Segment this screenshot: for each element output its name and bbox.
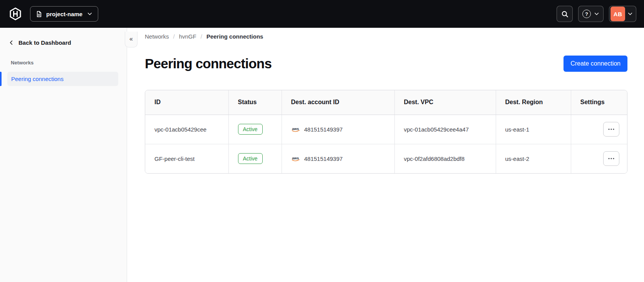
cell-settings bbox=[571, 115, 627, 144]
account-id-value: 481515149397 bbox=[304, 126, 343, 133]
main-content: « Networks / hvnGF / Peering connections… bbox=[127, 28, 644, 282]
sidebar-item-peering-connections[interactable]: Peering connections bbox=[7, 72, 118, 86]
row-settings-button[interactable] bbox=[603, 122, 619, 137]
status-badge: Active bbox=[238, 124, 263, 135]
cell-id: GF-peer-cli-test bbox=[145, 144, 228, 173]
document-icon bbox=[36, 11, 42, 17]
table-row: GF-peer-cli-test Active 481515149397 bbox=[145, 144, 627, 173]
column-header-dest-region: Dest. Region bbox=[496, 90, 571, 115]
page-title: Peering connections bbox=[145, 56, 272, 71]
cell-id: vpc-01acb05429cee bbox=[145, 115, 228, 144]
create-connection-button[interactable]: Create connection bbox=[564, 56, 627, 72]
search-button[interactable] bbox=[557, 6, 573, 22]
breadcrumb-separator: / bbox=[201, 33, 202, 40]
aws-icon bbox=[291, 155, 300, 162]
table-row: vpc-01acb05429cee Active 481515149397 bbox=[145, 115, 627, 144]
back-to-dashboard-link[interactable]: Back to Dashboard bbox=[8, 39, 118, 46]
back-to-dashboard-label: Back to Dashboard bbox=[18, 39, 71, 46]
row-settings-button[interactable] bbox=[603, 151, 619, 166]
breadcrumb-current: Peering connections bbox=[206, 33, 263, 40]
top-nav: project-name ? AB bbox=[0, 0, 644, 28]
status-badge: Active bbox=[238, 153, 263, 164]
collapse-sidebar-icon: « bbox=[129, 35, 133, 42]
active-indicator bbox=[0, 72, 2, 86]
table-header-row: ID Status Dest. account ID Dest. VPC Des… bbox=[145, 90, 627, 115]
hashicorp-logo[interactable] bbox=[8, 7, 22, 21]
aws-icon bbox=[291, 126, 300, 132]
nav-right-group: ? AB bbox=[557, 6, 636, 22]
breadcrumb-link-networks[interactable]: Networks bbox=[145, 33, 169, 40]
ellipsis-icon bbox=[608, 158, 615, 159]
ellipsis-icon bbox=[608, 128, 615, 130]
avatar: AB bbox=[610, 7, 625, 21]
breadcrumb-link-hvngf[interactable]: hvnGF bbox=[179, 33, 196, 40]
column-header-dest-account-id: Dest. account ID bbox=[282, 90, 394, 115]
search-icon bbox=[561, 10, 569, 18]
cell-dest-region: us-east-2 bbox=[496, 144, 571, 173]
cell-status: Active bbox=[228, 144, 282, 173]
cell-status: Active bbox=[228, 115, 282, 144]
help-menu-button[interactable]: ? bbox=[578, 6, 604, 22]
account-id-value: 481515149397 bbox=[304, 155, 343, 162]
chevron-down-icon bbox=[87, 11, 92, 17]
cell-dest-account-id: 481515149397 bbox=[282, 144, 394, 173]
breadcrumb: Networks / hvnGF / Peering connections bbox=[145, 33, 627, 40]
app-shell: Back to Dashboard Networks Peering conne… bbox=[0, 28, 644, 282]
page-header: Peering connections Create connection bbox=[145, 54, 627, 73]
chevron-down-icon bbox=[627, 11, 633, 17]
user-menu-button[interactable]: AB bbox=[609, 6, 636, 22]
project-switcher-label: project-name bbox=[46, 11, 82, 17]
cell-dest-vpc: vpc-0f2afd6808ad2bdf8 bbox=[394, 144, 496, 173]
sidebar: Back to Dashboard Networks Peering conne… bbox=[0, 28, 127, 282]
sidebar-item-row: Peering connections bbox=[0, 72, 127, 86]
peering-connections-table: ID Status Dest. account ID Dest. VPC Des… bbox=[145, 90, 627, 174]
cell-settings bbox=[571, 144, 627, 173]
column-header-settings: Settings bbox=[571, 90, 627, 115]
cell-dest-region: us-east-1 bbox=[496, 115, 571, 144]
collapse-sidebar-button[interactable]: « bbox=[125, 32, 138, 47]
breadcrumb-separator: / bbox=[173, 33, 175, 40]
column-header-dest-vpc: Dest. VPC bbox=[394, 90, 496, 115]
chevron-down-icon bbox=[594, 11, 599, 17]
column-header-id: ID bbox=[145, 90, 228, 115]
cell-dest-vpc: vpc-01acb05429cee4a47 bbox=[394, 115, 496, 144]
column-header-status: Status bbox=[228, 90, 282, 115]
sidebar-section-label: Networks bbox=[11, 60, 118, 66]
cell-dest-account-id: 481515149397 bbox=[282, 115, 394, 144]
help-icon: ? bbox=[582, 10, 591, 18]
chevron-left-icon bbox=[8, 40, 14, 46]
project-switcher-button[interactable]: project-name bbox=[30, 6, 98, 22]
